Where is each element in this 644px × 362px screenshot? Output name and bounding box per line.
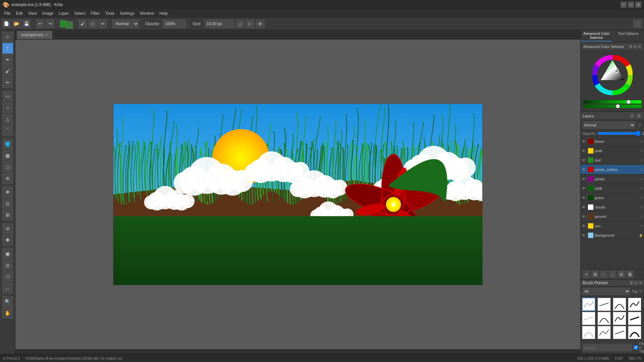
restore-button[interactable]: □ [628,2,634,8]
menu-view[interactable]: View [25,9,40,17]
layer-item[interactable]: 👁groundα [581,212,644,221]
toggle-panels-button[interactable]: ⬚ [633,19,642,28]
save-file-button[interactable]: 💾 [22,19,31,28]
green-slider-2[interactable] [583,105,641,108]
brush-presets-float-icon[interactable]: ⊡ [634,281,638,285]
layer-eye-icon[interactable]: 👁 [582,196,587,200]
crosshair-button[interactable]: ⊕ [256,19,265,28]
opacity-input[interactable] [163,19,186,28]
tool-freehand-select[interactable]: ⊹ [2,32,13,42]
menu-select[interactable]: Select [71,9,88,17]
brush-filter-select[interactable]: All [583,288,630,295]
tool-path[interactable]: ⌒ [2,125,13,136]
brush-filter-icon[interactable]: ▽ [639,289,642,294]
flip-v-button[interactable]: ▷ [246,19,255,28]
layer-eye-icon[interactable]: 👁 [582,233,587,237]
brush-preset-item[interactable] [597,326,611,339]
color-selector-settings-icon[interactable]: ⚙ [629,44,633,49]
layer-item[interactable]: 👁leafα [581,156,644,165]
tab-tool-options[interactable]: Tool Options [612,30,644,42]
brush-preset-item[interactable] [582,326,595,339]
layer-eye-icon[interactable]: 👁 [582,168,587,172]
color-selector-float-icon[interactable]: ⊡ [634,44,637,49]
canvas-tab-close[interactable]: ✕ [45,33,48,37]
layer-eye-icon[interactable]: 👁 [582,205,587,209]
mirror-button[interactable]: ⇔ [98,19,107,28]
menu-settings[interactable]: Settings [117,9,137,17]
tool-pencil[interactable]: ✏ [2,77,13,88]
add-layer-button[interactable]: + [583,270,590,278]
move-layer-up-button[interactable]: ↑ [600,270,607,278]
undo-button[interactable]: ↩ [36,19,45,28]
brush-preset-item[interactable] [628,298,641,311]
menu-image[interactable]: Image [40,9,56,17]
brush-preset-item[interactable] [582,298,595,311]
brush-presets-close-icon[interactable]: ✕ [639,281,642,285]
layer-eye-icon[interactable]: 👁 [582,186,587,190]
tool-zoom[interactable]: 🔍 [2,296,13,307]
size-input[interactable] [204,19,234,28]
menu-edit[interactable]: Edit [13,9,25,17]
flip-h-button[interactable]: △ [236,19,245,28]
tool-clone[interactable]: ⊛ [2,173,13,184]
color-wheel-container[interactable] [582,51,643,99]
brush-preset-item[interactable] [597,298,611,311]
brush-preset-item[interactable] [582,312,595,325]
main-canvas[interactable] [113,104,483,285]
layer-item[interactable]: 👁petalsα [581,174,644,184]
layer-item[interactable]: 👁Background🔒 [581,231,644,240]
tool-ellipse-select[interactable]: ◎ [2,260,13,270]
tool-transform[interactable]: ⊡ [2,198,13,209]
layer-item[interactable]: 👁petals_outlineα [581,165,644,174]
tool-color-picker[interactable]: ⊘ [2,223,13,234]
tool-rect-select[interactable]: ▣ [2,248,13,259]
tool-move[interactable]: ✥ [2,187,13,197]
layer-item[interactable]: 👁sunα [581,221,644,231]
close-button[interactable]: ✕ [635,2,641,8]
menu-window[interactable]: Window [137,9,157,17]
redo-button[interactable]: ↪ [46,19,55,28]
brush-settings-button[interactable]: 🖌 [78,19,87,28]
brush-preset-item[interactable] [628,326,641,339]
menu-tools[interactable]: Tools [102,9,117,17]
layers-detach-button[interactable]: ⊡ [629,113,635,119]
layer-item[interactable]: 👁stalkα [581,184,644,193]
canvas-tab[interactable]: example.kra ✕ [17,31,52,39]
green-slider-1[interactable] [583,100,641,104]
tool-gradient[interactable]: ▦ [2,150,13,161]
tool-pan[interactable]: ✋ [2,308,13,318]
layer-eye-icon[interactable]: 👁 [582,158,587,162]
tool-text[interactable]: T [2,43,13,54]
brush-preset-item[interactable] [597,312,611,325]
tool-freehand-path-select[interactable]: ⌓ [2,283,13,293]
tool-polygon[interactable]: △ [2,114,13,124]
tab-color-selector[interactable]: Advanced Color Selector [581,30,612,42]
color-wheel[interactable] [591,53,634,97]
layer-eye-icon[interactable]: 👁 [582,139,587,143]
canvas-scroll[interactable] [15,40,580,349]
brush-preset-item[interactable] [613,298,626,311]
layer-eye-icon[interactable]: 👁 [582,177,587,181]
menu-file[interactable]: File [1,9,13,17]
layer-item[interactable]: 👁pistilα [581,146,644,156]
open-file-button[interactable]: 📂 [12,19,21,28]
layer-eye-icon[interactable]: 👁 [582,224,587,228]
layers-settings-button[interactable]: ⚙ [636,113,642,119]
delete-layer-button[interactable]: 🗑 [626,270,634,278]
tool-ellipse[interactable]: ○ [2,102,13,113]
tool-eraser[interactable]: ◻ [2,162,13,172]
layer-item[interactable]: 👁flowerα [581,137,644,146]
minimize-button[interactable]: ─ [621,2,627,8]
color-selector-close-icon[interactable]: ✕ [638,44,641,49]
move-layer-down-button[interactable]: ↓ [609,270,616,278]
opacity-slider[interactable] [597,132,641,135]
brush-search-input[interactable] [583,344,632,351]
layer-eye-icon[interactable]: 👁 [582,149,587,153]
layers-blend-mode-select[interactable]: Normal [583,121,635,129]
new-file-button[interactable]: 📄 [2,19,11,28]
duplicate-layer-button[interactable]: ⊞ [591,270,599,278]
menu-layer[interactable]: Layer [56,9,71,17]
tool-rect[interactable]: ▭ [2,91,13,102]
brush-presets-settings-icon[interactable]: ⚙ [630,281,633,285]
eraser-button[interactable]: ◻ [88,19,97,28]
